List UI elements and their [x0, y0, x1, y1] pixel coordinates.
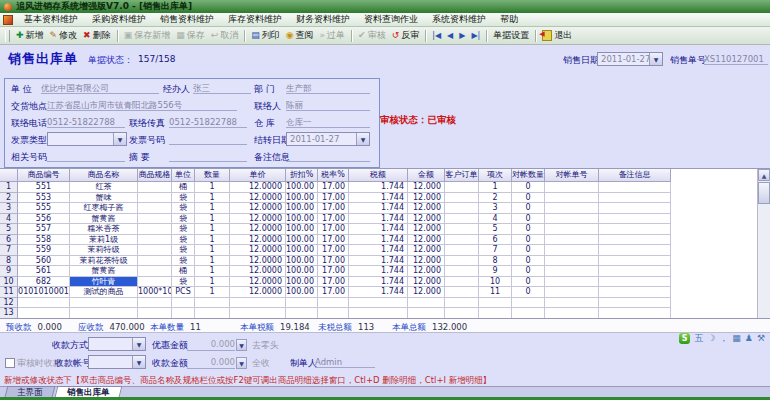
warehouse-input[interactable]: 仓库一 [286, 116, 370, 128]
table-cell-order[interactable] [445, 245, 479, 256]
table-cell-note[interactable] [599, 308, 671, 319]
table-cell-tax_rate[interactable]: 17.00 [318, 266, 349, 277]
table-row[interactable]: 8560茉莉花茶特级袋112.0000100.0017.001.74412.00… [0, 256, 770, 267]
table-cell-discount[interactable]: 100.00 [286, 224, 318, 235]
table-cell-no[interactable]: 3 [0, 203, 18, 214]
table-cell-price[interactable] [230, 308, 286, 319]
table-cell-code[interactable] [18, 308, 70, 319]
table-cell-discount[interactable]: 100.00 [286, 245, 318, 256]
table-cell-spec[interactable] [138, 224, 172, 235]
table-cell-seq[interactable] [479, 298, 512, 309]
table-cell-note[interactable] [599, 245, 671, 256]
table-cell-price[interactable]: 12.0000 [230, 182, 286, 193]
toolbar-button-query[interactable]: ◉查阅 [283, 28, 317, 43]
table-cell-recon_qty[interactable]: 0 [512, 235, 545, 246]
table-cell-tax[interactable]: 1.744 [349, 277, 408, 288]
table-cell-qty[interactable]: 1 [195, 214, 230, 225]
table-cell-qty[interactable]: 1 [195, 224, 230, 235]
table-cell-code[interactable]: 561 [18, 266, 70, 277]
table-cell-recon_qty[interactable]: 0 [512, 214, 545, 225]
table-cell-order[interactable] [445, 266, 479, 277]
nav-last-button[interactable]: ▶| [468, 30, 483, 41]
table-cell-spec[interactable]: 1000*1000*0. [138, 287, 172, 298]
table-cell-name[interactable]: 红枣梅子酱 [70, 203, 138, 214]
table-cell-note[interactable] [599, 193, 671, 204]
table-cell-qty[interactable] [195, 298, 230, 309]
table-cell-recon_no[interactable] [545, 298, 599, 309]
table-cell-recon_qty[interactable]: 0 [512, 224, 545, 235]
table-cell-name[interactable] [70, 298, 138, 309]
table-cell-spec[interactable] [138, 298, 172, 309]
table-cell-price[interactable]: 12.0000 [230, 245, 286, 256]
table-cell-unit[interactable]: 袋 [172, 277, 195, 288]
table-row[interactable]: 5557糯米香茶袋112.0000100.0017.001.74412.0005… [0, 224, 770, 235]
table-cell-name[interactable]: 测试的商品 [70, 287, 138, 298]
chevron-down-icon[interactable]: ▼ [113, 133, 126, 145]
chevron-down-icon[interactable]: ▼ [356, 133, 369, 145]
table-cell-name[interactable]: 红茶 [70, 182, 138, 193]
table-cell-discount[interactable]: 100.00 [286, 266, 318, 277]
table-cell-discount[interactable]: 100.00 [286, 214, 318, 225]
table-cell-note[interactable] [599, 214, 671, 225]
doc-settings-button[interactable]: 单据设置 [490, 28, 532, 43]
table-cell-recon_no[interactable] [545, 256, 599, 267]
table-cell-tax_rate[interactable] [318, 298, 349, 309]
table-cell-note[interactable] [599, 235, 671, 246]
table-cell-unit[interactable]: 袋 [172, 203, 195, 214]
table-cell-code[interactable]: 557 [18, 224, 70, 235]
table-cell-name[interactable]: 蟹黄酱 [70, 266, 138, 277]
table-cell-unit[interactable]: 桶 [172, 182, 195, 193]
vertical-scrollbar[interactable]: ▲ [757, 169, 770, 318]
table-cell-spec[interactable] [138, 182, 172, 193]
table-cell-tax[interactable] [349, 298, 408, 309]
table-cell-recon_qty[interactable]: 0 [512, 193, 545, 204]
table-cell-name[interactable]: 蟹味 [70, 193, 138, 204]
agent-input[interactable]: 张三 [193, 82, 251, 94]
table-row[interactable]: 6558茉莉1级袋112.0000100.0017.001.74412.0006… [0, 235, 770, 246]
table-cell-unit[interactable]: PCS [172, 287, 195, 298]
toolbar-button-edit[interactable]: ✎修改 [47, 28, 81, 43]
table-cell-order[interactable] [445, 298, 479, 309]
table-cell-price[interactable]: 12.0000 [230, 256, 286, 267]
table-cell-recon_qty[interactable]: 0 [512, 203, 545, 214]
table-cell-unit[interactable]: 袋 [172, 235, 195, 246]
table-cell-tax_rate[interactable]: 17.00 [318, 277, 349, 288]
table-cell-code[interactable]: 0101010001 [18, 287, 70, 298]
table-cell-name[interactable]: 糯米香茶 [70, 224, 138, 235]
tab-销售出库单[interactable]: 销售出库单 [54, 386, 121, 397]
table-cell-unit[interactable] [172, 308, 195, 319]
table-cell-discount[interactable]: 100.00 [286, 235, 318, 246]
chevron-down-icon[interactable]: ▼ [236, 357, 247, 369]
table-cell-tax[interactable]: 1.744 [349, 266, 408, 277]
tool-icon[interactable]: ⚒ [757, 333, 765, 344]
table-cell-order[interactable] [445, 256, 479, 267]
table-cell-recon_no[interactable] [545, 182, 599, 193]
table-cell-price[interactable]: 12.0000 [230, 277, 286, 288]
payment-method-combo[interactable]: ▼ [88, 337, 146, 351]
table-cell-recon_qty[interactable]: 0 [512, 182, 545, 193]
table-cell-seq[interactable]: 11 [479, 287, 512, 298]
table-cell-spec[interactable] [138, 203, 172, 214]
table-cell-price[interactable]: 12.0000 [230, 203, 286, 214]
table-row[interactable]: 13 [0, 308, 770, 319]
menu-item-系统资料维护[interactable]: 系统资料维护 [425, 13, 493, 26]
table-row[interactable]: 2553蟹味袋112.0000100.0017.001.74412.00020 [0, 193, 770, 204]
table-cell-seq[interactable]: 7 [479, 245, 512, 256]
table-cell-tax_rate[interactable]: 17.00 [318, 203, 349, 214]
table-cell-name[interactable] [70, 308, 138, 319]
table-cell-seq[interactable]: 8 [479, 256, 512, 267]
table-cell-note[interactable] [599, 256, 671, 267]
table-cell-seq[interactable]: 1 [479, 182, 512, 193]
table-cell-recon_qty[interactable]: 0 [512, 287, 545, 298]
table-cell-unit[interactable]: 袋 [172, 256, 195, 267]
table-cell-order[interactable] [445, 203, 479, 214]
table-row[interactable]: 12 [0, 298, 770, 309]
table-cell-recon_no[interactable] [545, 277, 599, 288]
table-cell-qty[interactable]: 1 [195, 182, 230, 193]
table-cell-amount[interactable]: 12.000 [408, 266, 445, 277]
table-cell-order[interactable] [445, 277, 479, 288]
table-cell-qty[interactable]: 1 [195, 266, 230, 277]
table-cell-code[interactable]: 560 [18, 256, 70, 267]
table-cell-tax[interactable]: 1.744 [349, 245, 408, 256]
carry-date-combo[interactable]: 2011-01-27 ▼ [286, 132, 370, 146]
